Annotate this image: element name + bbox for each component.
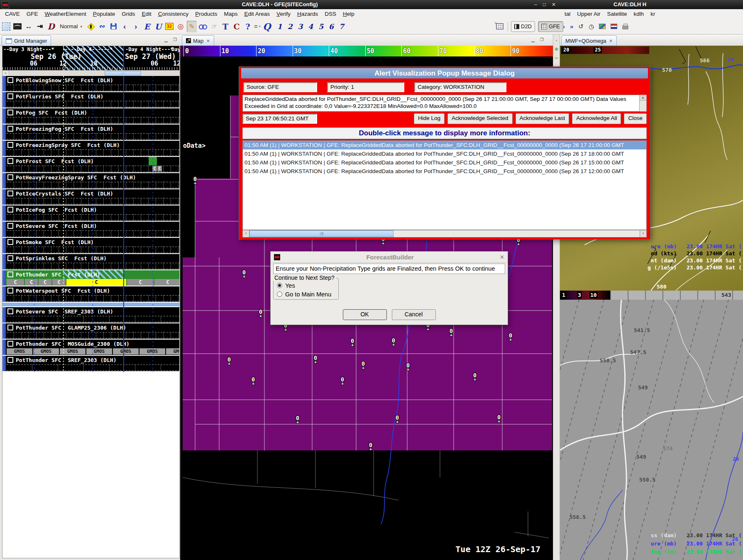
quick-number-5[interactable]: 5 (318, 22, 323, 31)
query-tool-button[interactable]: Q (262, 21, 272, 32)
undo-tool-button[interactable]: U (153, 21, 163, 32)
grid-row-potfreezingspray[interactable]: PotFreezingSpray SFC Fcst (DLH) (2, 141, 179, 156)
menu-item-weatherelement[interactable]: WeatherElement (42, 10, 90, 18)
row-checkbox[interactable] (7, 110, 13, 115)
target-tool-button[interactable]: ◎ (176, 21, 186, 32)
gfe-perspective-button[interactable]: GFE (538, 21, 563, 32)
equals-dropdown[interactable]: = ▾ (254, 23, 261, 30)
scrollbar-thumb[interactable] (105, 71, 141, 76)
scroll-left-icon[interactable]: ‹ (243, 230, 249, 237)
refresh-icon[interactable]: ↺ (578, 23, 584, 30)
grid-cells[interactable] (7, 84, 179, 91)
hide-log-button[interactable]: Hide Log (414, 113, 445, 124)
acknowledge-all-button[interactable]: Acknowledge All (572, 113, 621, 124)
map-colorbar[interactable]: 0102030405060708090 (180, 46, 553, 56)
tab-grid-manager[interactable]: Grid Manager (2, 35, 51, 46)
menu-item-cave[interactable]: CAVE (2, 10, 23, 18)
row-checkbox[interactable] (7, 223, 13, 229)
grid-block[interactable]: C (7, 279, 24, 286)
grid-block[interactable]: C (66, 279, 126, 286)
grid-cells[interactable] (7, 364, 179, 371)
step-forward-icon[interactable]: › (563, 23, 565, 30)
views-tool-button[interactable] (198, 21, 208, 32)
grid-cells[interactable] (7, 262, 179, 269)
print-icon[interactable] (622, 25, 628, 29)
grid-cells[interactable] (7, 315, 179, 323)
menu-item-edit[interactable]: Edit (138, 10, 154, 18)
close-button[interactable]: Close (624, 113, 647, 124)
menu-item-gfe[interactable]: GFE (23, 10, 42, 18)
lasso-tool-button[interactable]: ∾ (97, 21, 107, 32)
time-scale-header[interactable]: --Day 3 Night---*----Day 4------*-Day 4 … (2, 46, 179, 70)
edit-tool-button[interactable]: E (142, 21, 152, 32)
image-tool-button[interactable] (12, 21, 22, 32)
d2d-perspective-button[interactable]: D2D (511, 21, 535, 32)
acknowledge-selected-button[interactable]: Acknowledge Selected (447, 113, 513, 124)
row-checkbox[interactable] (7, 239, 13, 245)
maximize-button[interactable]: □ (543, 2, 546, 7)
save-button[interactable] (108, 21, 118, 32)
grid-row-potflurries[interactable]: PotFlurries SFC Fcst (DLH) (2, 92, 179, 108)
image-properties-icon[interactable] (599, 24, 606, 29)
row-checkbox[interactable] (7, 174, 13, 180)
grid-block-gmos[interactable]: GMOS (113, 348, 139, 355)
grid-row-potthunder[interactable]: PotThunder SFC MOSGuide_2300 (DLH)GMOSGM… (2, 340, 179, 355)
grid-row-potwaterspout[interactable]: PotWaterspout SFC Fcst (DLH) (2, 286, 179, 302)
grid-row-potfog[interactable]: PotFog SFC Fcst (DLH) (2, 108, 179, 124)
scroll-up-icon[interactable]: ▲ (640, 95, 646, 100)
prev-button[interactable]: ‹ (120, 21, 130, 32)
view-minimize-icon[interactable]: ▁ (164, 37, 168, 42)
delta-tool-button[interactable]: D (46, 21, 56, 32)
alert-message-row[interactable]: 01:50 AM (1) | WORKSTATION | GFE: Replac… (243, 149, 646, 158)
fast-forward-icon[interactable]: » (570, 23, 573, 30)
grid-block[interactable]: C (152, 166, 157, 171)
row-checkbox[interactable] (7, 357, 13, 363)
move-tool-button[interactable]: ☞ (209, 21, 219, 32)
menu-item-satellite[interactable]: Satellite (604, 10, 631, 18)
quick-number-6[interactable]: 6 (329, 22, 334, 31)
alert-message-row[interactable]: 01:50 AM (1) | WORKSTATION | GFE: Replac… (243, 141, 646, 149)
help-tool-button[interactable]: ? (243, 21, 253, 32)
satellite-height-map[interactable]: 541.5547.5550.5549549550.5556.55742626 s… (560, 300, 743, 560)
menu-item-kr[interactable]: kr (647, 10, 658, 18)
grid-block[interactable]: C (157, 166, 162, 171)
stretch-tool-button[interactable]: ↔ (24, 21, 34, 32)
next-button[interactable]: › (131, 21, 141, 32)
new-table-button[interactable] (495, 21, 505, 32)
alert-hscrollbar[interactable]: ‹ › (242, 230, 647, 237)
mode-dropdown[interactable]: Normal ▾ (57, 22, 85, 30)
menu-item-populate[interactable]: Populate (90, 10, 118, 18)
row-checkbox[interactable] (7, 341, 13, 347)
grid-cells[interactable] (7, 230, 179, 237)
alert-message-row[interactable]: 01:50 AM (1) | WORKSTATION | GFE: Replac… (243, 167, 646, 176)
row-checkbox[interactable] (7, 207, 13, 213)
row-checkbox[interactable] (7, 288, 13, 293)
tab-map[interactable]: Map ✕ (182, 35, 214, 46)
grid-row-potsmoke[interactable]: PotSmoke SFC Fcst (DLH) (2, 238, 179, 253)
menu-item-verify[interactable]: Verify (273, 10, 294, 18)
row-checkbox[interactable] (7, 191, 13, 196)
radio-option-go-to-main-menu[interactable]: Go to Main Menu (277, 290, 337, 298)
grid-block[interactable]: C (154, 279, 180, 286)
quick-number-1[interactable]: 1 (277, 22, 282, 31)
cancel-button[interactable]: Cancel (392, 309, 436, 320)
grid-row-potthunder[interactable]: PotThunder SFC Fcst (DLH)CCCCCCCC (2, 270, 179, 286)
grid-row-potfreezingfog[interactable]: PotFreezingFog SFC Fcst (DLH) (2, 125, 179, 140)
menu-item-products[interactable]: Products (192, 10, 220, 18)
grid-block[interactable]: C (39, 279, 51, 286)
close-button[interactable]: ✕ (552, 2, 556, 7)
grid-cells[interactable] (7, 332, 179, 339)
quick-number-4[interactable]: 4 (308, 22, 313, 31)
pin-tool-button[interactable]: ⇥ (35, 21, 45, 32)
diamond-tool-button[interactable] (86, 21, 96, 32)
acknowledge-last-button[interactable]: Acknowledge Last (516, 113, 569, 124)
view-maximize-icon[interactable]: ❒ (540, 37, 544, 42)
row-checkbox[interactable] (7, 77, 13, 83)
grid-block[interactable]: C (52, 279, 66, 286)
grid-row-potsprinkles[interactable]: PotSprinkles SFC Fcst (DLH) (2, 254, 179, 269)
grid-row-potsevere[interactable]: PotSevere SFC SREF_2303 (DLH) (2, 307, 179, 323)
close-icon[interactable]: ✕ (500, 254, 504, 260)
grid-row-poticefog[interactable]: PotIceFog SFC Fcst (DLH) (2, 205, 179, 221)
row-checkbox[interactable] (7, 271, 13, 277)
grid-cells[interactable] (7, 117, 179, 124)
